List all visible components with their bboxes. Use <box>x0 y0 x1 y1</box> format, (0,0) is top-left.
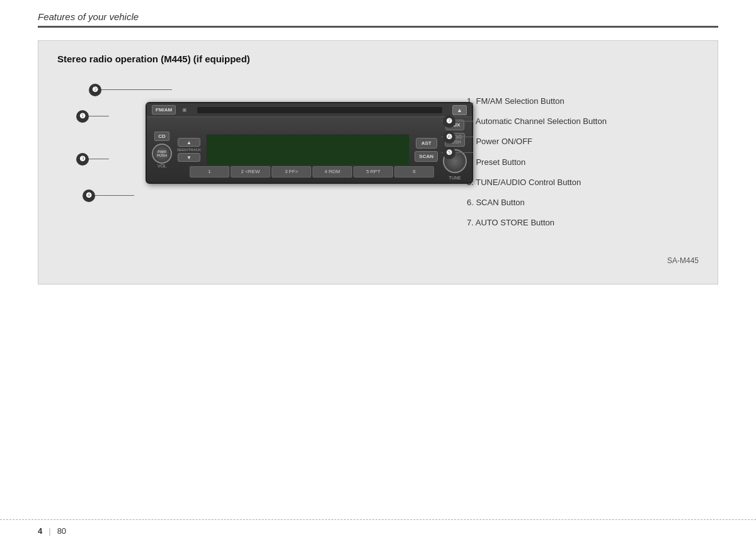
cassette-slot <box>197 107 442 113</box>
radio-unit: FM/AM ▣ ▲ CD PWR PUSH VOL <box>146 102 473 184</box>
vol-label: VOL <box>158 164 166 168</box>
label-5: 5. TUNE/AUDIO Control Button <box>467 177 699 188</box>
label-7: 7. AUTO STORE Button <box>467 217 699 229</box>
diagram-area: ❷ ❶ ❸ ❹ <box>57 77 699 250</box>
page-header: Features of your vehicle <box>0 0 756 28</box>
ast-button[interactable]: AST <box>416 138 437 149</box>
callout-6: ❻ <box>443 131 455 144</box>
preset-6[interactable]: 6 <box>394 166 434 178</box>
seek-down-button[interactable]: ▼ <box>178 153 200 162</box>
callout-4: ❹ <box>83 189 95 202</box>
pwr-button[interactable]: PWR PUSH <box>152 144 172 164</box>
label-2: 2. Automatic Channel Selection Button <box>467 116 699 127</box>
seek-up-button[interactable]: ▲ <box>178 138 200 147</box>
label-3: 3. Power ON/OFF <box>467 136 699 147</box>
label-list: 1. FM/AM Selection Button 2. Automatic C… <box>454 89 699 237</box>
main-content: Stereo radio operation (M445) (if equipp… <box>0 28 756 297</box>
ref-code: SA-M445 <box>57 256 699 265</box>
preset-3[interactable]: 3 FF> <box>272 166 311 178</box>
page-title: Features of your vehicle <box>38 11 718 26</box>
preset-1[interactable]: 1 <box>190 166 229 178</box>
tune-label: TUNE <box>449 176 461 180</box>
radio-top-strip: FM/AM ▣ ▲ <box>147 103 472 117</box>
ast-scan-buttons: AST SCAN <box>415 138 438 162</box>
label-6: 6. SCAN Button <box>467 197 699 208</box>
page-footer: 4 | 80 <box>0 519 756 542</box>
label-1: 1. FM/AM Selection Button <box>467 96 699 107</box>
preset-4[interactable]: 4 RDM <box>312 166 352 178</box>
seek-controls: ▲ SEEK/TRACK ▼ <box>177 138 201 162</box>
footer-page: 80 <box>57 526 66 536</box>
fmam-button[interactable]: FM/AM <box>152 105 176 115</box>
callout-1: ❶ <box>76 110 89 123</box>
callout-3: ❸ <box>76 153 89 166</box>
scan-button[interactable]: SCAN <box>415 151 438 162</box>
display-screen <box>206 134 410 166</box>
callout-2: ❷ <box>89 84 101 96</box>
section-title: Stereo radio operation (M445) (if equipp… <box>57 54 699 64</box>
radio-diagram: ❷ ❶ ❸ ❹ <box>57 89 435 184</box>
cd-button[interactable]: CD <box>154 132 169 141</box>
label-4: 4. Preset Button <box>467 157 699 168</box>
eject-button[interactable]: ▲ <box>452 105 467 115</box>
content-box: Stereo radio operation (M445) (if equipp… <box>38 40 718 285</box>
preset-5[interactable]: 5 RPT <box>353 166 393 178</box>
preset-2[interactable]: 2 <REW <box>231 166 270 178</box>
callout-7: ❼ <box>443 115 455 128</box>
preset-row: 1 2 <REW 3 FF> 4 RDM 5 RPT 6 <box>190 166 434 178</box>
footer-chapter: 4 <box>38 526 42 536</box>
seek-label: SEEK/TRACK <box>177 148 201 152</box>
callout-5: ❺ <box>443 147 455 159</box>
